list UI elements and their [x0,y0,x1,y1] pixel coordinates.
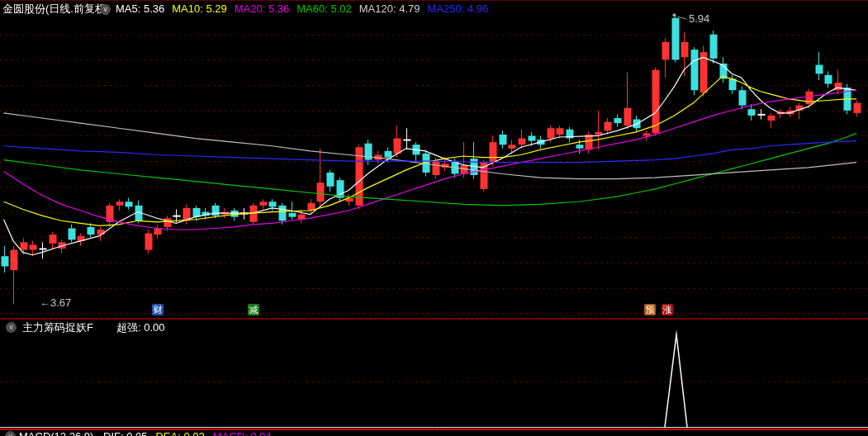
chevron-down-icon[interactable]: ∨ [100,4,111,15]
ma-legend: MA5: 5.36MA10: 5.29MA20: 5.36MA60: 5.02M… [116,2,496,17]
candlestick-chart-canvas[interactable] [0,0,868,436]
sub-indicator-value: 超强: 0.00 [116,321,165,334]
chart-header: 金圆股份(日线.前复权) ∨ MA5: 5.36MA10: 5.29MA20: … [0,2,868,17]
signal-marker: 财 [152,304,164,315]
ma-legend-item-1: MA10: 5.29 [172,2,227,15]
ma-legend-item-2: MA20: 5.36 [235,2,290,15]
macd-value-2: MACD: 0.04 [213,430,272,436]
panel-separator [0,318,868,320]
ma-legend-item-3: MA60: 5.02 [296,2,352,15]
high-price-annotation: 5.94 [689,13,709,24]
sub-indicator-title: 主力筹码捉妖F [22,321,93,334]
signal-marker: 减 [248,304,259,315]
ma-legend-item-4: MA120: 4.79 [359,2,420,15]
macd-value-0: DIF: 0.05 [103,430,147,436]
ma-legend-item-5: MA250: 4.96 [427,2,488,15]
macd-values: DIF: 0.05DEA: 0.02MACD: 0.04 [103,430,280,436]
stock-title: 金圆股份(日线.前复权) [2,2,109,17]
macd-value-1: DEA: 0.02 [155,430,204,436]
ma-legend-item-0: MA5: 5.36 [116,2,164,15]
sub-indicator-header: ∨ 主力筹码捉妖F 超强: 0.00 [0,321,868,334]
low-price-annotation: ←3.67 [40,297,71,308]
macd-label: MACD(12,26,9) [19,430,93,436]
top-border-line [0,0,868,1]
chevron-down-icon[interactable]: ∨ [6,322,17,333]
stock-chart-screen: 金圆股份(日线.前复权) ∨ MA5: 5.36MA10: 5.29MA20: … [0,0,868,436]
signal-marker: 涨 [662,304,673,315]
chevron-down-icon[interactable]: ∨ [5,431,16,436]
macd-header: ∨ MACD(12,26,9) DIF: 0.05DEA: 0.02MACD: … [0,430,868,436]
signal-marker: 预 [644,304,656,315]
